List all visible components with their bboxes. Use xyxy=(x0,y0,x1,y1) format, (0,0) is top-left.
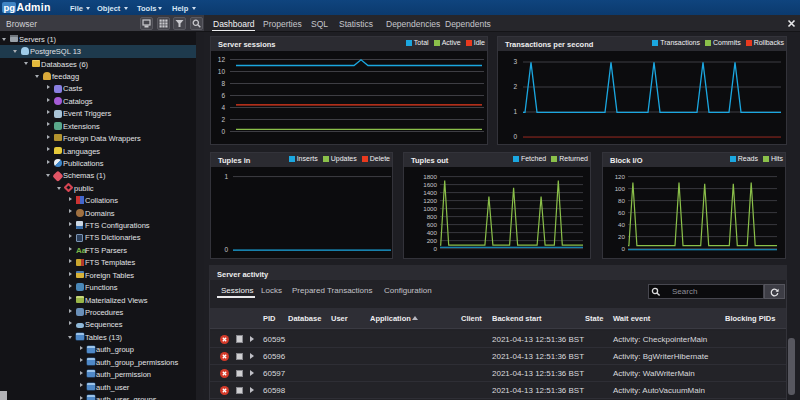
svg-text:2: 2 xyxy=(221,116,225,123)
svg-text:1000: 1000 xyxy=(423,205,437,212)
svg-text:10: 10 xyxy=(218,68,226,75)
svg-text:800: 800 xyxy=(427,213,438,220)
svg-text:1600: 1600 xyxy=(423,181,437,188)
svg-text:8: 8 xyxy=(221,80,225,87)
svg-text:12: 12 xyxy=(218,56,226,63)
svg-text:0: 0 xyxy=(224,246,228,253)
svg-text:120: 120 xyxy=(615,173,626,180)
svg-text:1: 1 xyxy=(513,108,517,115)
svg-text:1400: 1400 xyxy=(423,189,437,196)
svg-text:2: 2 xyxy=(513,83,517,90)
svg-text:0: 0 xyxy=(622,245,626,252)
svg-text:0: 0 xyxy=(434,245,438,252)
svg-text:0: 0 xyxy=(221,128,225,135)
svg-text:1200: 1200 xyxy=(423,197,437,204)
svg-text:3: 3 xyxy=(513,58,517,65)
svg-text:6: 6 xyxy=(221,92,225,99)
svg-text:600: 600 xyxy=(427,221,438,228)
svg-text:40: 40 xyxy=(618,221,625,228)
svg-text:4: 4 xyxy=(221,104,225,111)
svg-text:1800: 1800 xyxy=(423,173,437,180)
svg-text:20: 20 xyxy=(618,233,625,240)
svg-text:200: 200 xyxy=(427,237,438,244)
svg-text:1: 1 xyxy=(224,173,228,180)
svg-text:80: 80 xyxy=(618,197,625,204)
svg-text:60: 60 xyxy=(618,209,625,216)
svg-text:400: 400 xyxy=(427,229,438,236)
svg-text:100: 100 xyxy=(615,185,626,192)
svg-text:0: 0 xyxy=(513,133,517,140)
